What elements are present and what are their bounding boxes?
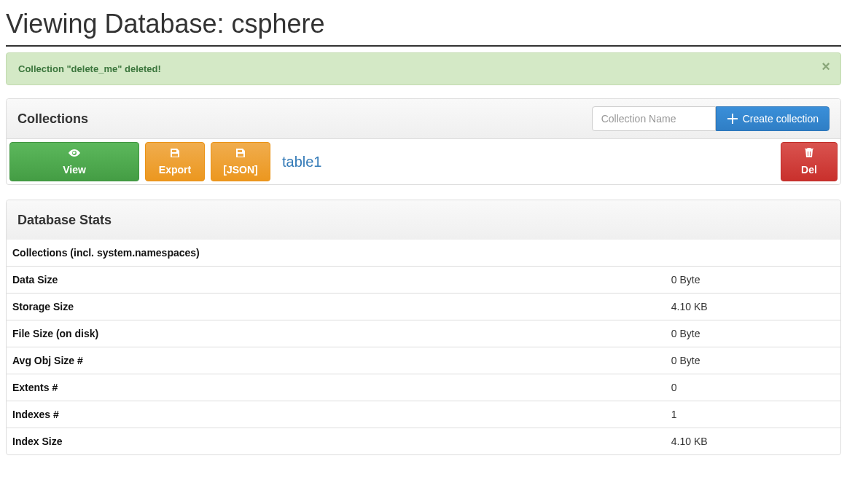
export-button-label: Export xyxy=(159,163,191,176)
eye-icon xyxy=(69,147,80,160)
stats-row: Collections (incl. system.namespaces) xyxy=(7,240,840,267)
stats-label: Indexes # xyxy=(7,401,666,428)
table-row: View Export [J xyxy=(7,139,840,184)
stats-row: Data Size 0 Byte xyxy=(7,267,840,294)
collection-name-input[interactable] xyxy=(592,106,716,131)
alert-success: Collection "delete_me" deleted! × xyxy=(6,52,841,85)
stats-label: Collections (incl. system.namespaces) xyxy=(7,240,666,267)
plus-icon xyxy=(727,113,738,125)
stats-value: 1 xyxy=(666,401,840,428)
stats-label: Index Size xyxy=(7,428,666,455)
stats-value: 0 Byte xyxy=(666,347,840,374)
stats-table: Collections (incl. system.namespaces) Da… xyxy=(7,240,840,454)
stats-label: Extents # xyxy=(7,374,666,401)
stats-panel-heading: Database Stats xyxy=(7,200,840,240)
stats-row: Avg Obj Size # 0 Byte xyxy=(7,347,840,374)
stats-row: Index Size 4.10 KB xyxy=(7,428,840,455)
floppy-json-icon xyxy=(235,147,246,160)
floppy-export-icon xyxy=(169,147,181,160)
stats-value: 4.10 KB xyxy=(666,428,840,455)
page-title: Viewing Database: csphere xyxy=(6,9,841,47)
stats-row: File Size (on disk) 0 Byte xyxy=(7,320,840,347)
stats-value: 0 Byte xyxy=(666,267,840,294)
export-button[interactable]: Export xyxy=(145,142,205,181)
alert-message: Collection "delete_me" deleted! xyxy=(18,63,161,74)
stats-row: Storage Size 4.10 KB xyxy=(7,294,840,320)
delete-button[interactable]: Del xyxy=(781,142,838,181)
trash-icon xyxy=(803,147,815,160)
collection-link[interactable]: table1 xyxy=(276,154,322,170)
create-collection-group: Create collection xyxy=(592,106,830,131)
stats-label: Data Size xyxy=(7,267,666,294)
view-button-label: View xyxy=(63,163,86,176)
json-button-label: [JSON] xyxy=(223,163,257,176)
stats-panel: Database Stats Collections (incl. system… xyxy=(6,200,841,455)
collections-panel-title: Collections xyxy=(17,106,88,131)
json-button[interactable]: [JSON] xyxy=(211,142,270,181)
view-button[interactable]: View xyxy=(9,142,139,181)
close-icon[interactable]: × xyxy=(821,59,830,74)
create-collection-button[interactable]: Create collection xyxy=(716,106,830,131)
stats-panel-title: Database Stats xyxy=(17,208,830,232)
stats-label: Storage Size xyxy=(7,294,666,320)
stats-label: Avg Obj Size # xyxy=(7,347,666,374)
stats-label: File Size (on disk) xyxy=(7,320,666,347)
stats-value xyxy=(666,240,840,267)
collections-table: View Export [J xyxy=(7,139,840,184)
stats-row: Extents # 0 xyxy=(7,374,840,401)
collections-panel-heading: Collections Create collection xyxy=(7,99,840,139)
stats-value: 0 Byte xyxy=(666,320,840,347)
create-collection-label: Create collection xyxy=(743,112,819,125)
stats-value: 0 xyxy=(666,374,840,401)
stats-value: 4.10 KB xyxy=(666,294,840,320)
delete-button-label: Del xyxy=(801,163,817,176)
stats-row: Indexes # 1 xyxy=(7,401,840,428)
collections-panel: Collections Create collection View xyxy=(6,98,841,185)
